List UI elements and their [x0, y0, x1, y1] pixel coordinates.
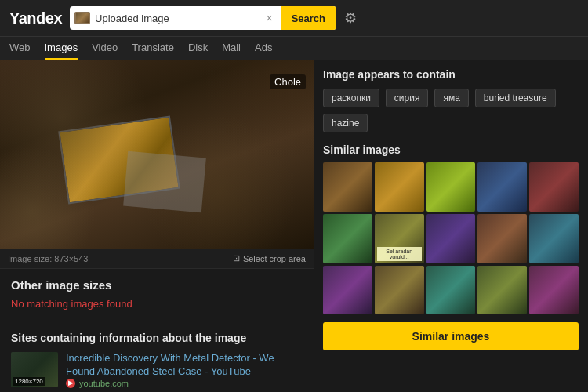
sim-img-14[interactable] [477, 266, 527, 315]
sim-img-overlay: Sel aradan vuruld... [377, 247, 422, 261]
uploaded-image-thumb [74, 12, 90, 24]
crop-button[interactable]: ⊡ Select crop area [233, 253, 306, 263]
sim-img-3[interactable] [426, 162, 476, 212]
similar-images-button[interactable]: Similar images [323, 322, 579, 350]
site-thumbnail-1: 1280×720 [11, 352, 58, 387]
tag-5[interactable]: hazine [323, 114, 368, 132]
crop-icon: ⊡ [233, 253, 240, 263]
sim-img-11[interactable] [323, 266, 372, 315]
image-size: Image size: 873×543 [8, 254, 88, 263]
image-preview: Chole [0, 60, 314, 249]
tab-video[interactable]: Video [92, 37, 118, 60]
search-button[interactable]: Search [281, 6, 336, 30]
site-info-1: Incredible Discovery With Metal Detector… [66, 352, 303, 392]
stones-overlay [0, 60, 314, 249]
sim-img-9[interactable] [477, 214, 527, 263]
tab-ads[interactable]: Ads [255, 37, 272, 60]
sim-img-5[interactable] [529, 162, 579, 212]
sim-img-8[interactable] [426, 214, 476, 263]
close-icon[interactable]: × [263, 12, 275, 24]
sites-title: Sites containing information about the i… [11, 332, 303, 344]
tag-1[interactable]: раскопки [323, 89, 379, 107]
right-panel: Image appears to contain раскопки сирия … [314, 60, 588, 392]
sim-img-7[interactable]: Sel aradan vuruld... [375, 214, 424, 263]
settings-icon[interactable]: ⚙ [344, 9, 357, 27]
sim-img-10[interactable] [529, 214, 579, 263]
similar-grid: Sel aradan vuruld... [323, 162, 579, 314]
thumb-badge-1: 1280×720 [13, 377, 45, 386]
tag-3[interactable]: яма [434, 89, 468, 107]
similar-title: Similar images [323, 143, 579, 156]
no-match-text: No matching images found [11, 298, 303, 310]
site-item: 1280×720 Incredible Discovery With Metal… [11, 352, 303, 392]
nav-tabs: Web Images Video Translate Disk Mail Ads [0, 37, 588, 60]
contains-title: Image appears to contain [323, 68, 579, 81]
sim-img-1[interactable] [323, 162, 372, 212]
tab-disk[interactable]: Disk [188, 37, 208, 60]
search-input-text: Uploaded image [95, 13, 258, 24]
tab-mail[interactable]: Mail [222, 37, 241, 60]
sim-img-4[interactable] [477, 162, 527, 212]
sim-img-12[interactable] [375, 266, 424, 315]
tab-web[interactable]: Web [9, 37, 31, 60]
search-bar[interactable]: Uploaded image × Search [70, 6, 336, 30]
main-content: Chole Image size: 873×543 ⊡ Select crop … [0, 60, 588, 392]
search-bar-content: Uploaded image × [70, 12, 281, 24]
tag-4[interactable]: buried treasure [475, 89, 556, 107]
other-sizes-title: Other image sizes [11, 278, 303, 292]
image-meta: Image size: 873×543 ⊡ Select crop area [0, 249, 314, 269]
sim-img-15[interactable] [529, 266, 579, 315]
site-source-1: ▶ youtube.com [66, 379, 303, 388]
tags-row: раскопки сирия яма buried treasure hazin… [323, 89, 579, 132]
tag-2[interactable]: сирия [386, 89, 429, 107]
other-sizes-section: Other image sizes No matching images fou… [0, 269, 314, 332]
left-panel: Chole Image size: 873×543 ⊡ Select crop … [0, 60, 314, 392]
sim-img-13[interactable] [426, 266, 476, 315]
tab-images[interactable]: Images [45, 37, 78, 60]
youtube-icon: ▶ [66, 379, 75, 388]
tab-translate[interactable]: Translate [132, 37, 174, 60]
site-link-1[interactable]: Incredible Discovery With Metal Detector… [66, 352, 274, 377]
sim-img-2[interactable] [375, 162, 424, 212]
sites-section: Sites containing information about the i… [0, 332, 314, 392]
sim-img-6[interactable] [323, 214, 372, 263]
header: Yandex Uploaded image × Search ⚙ [0, 0, 588, 37]
logo: Yandex [9, 9, 62, 27]
chole-label: Chole [270, 74, 306, 89]
site-url-1: youtube.com [79, 379, 129, 388]
preview-canvas [0, 60, 314, 249]
